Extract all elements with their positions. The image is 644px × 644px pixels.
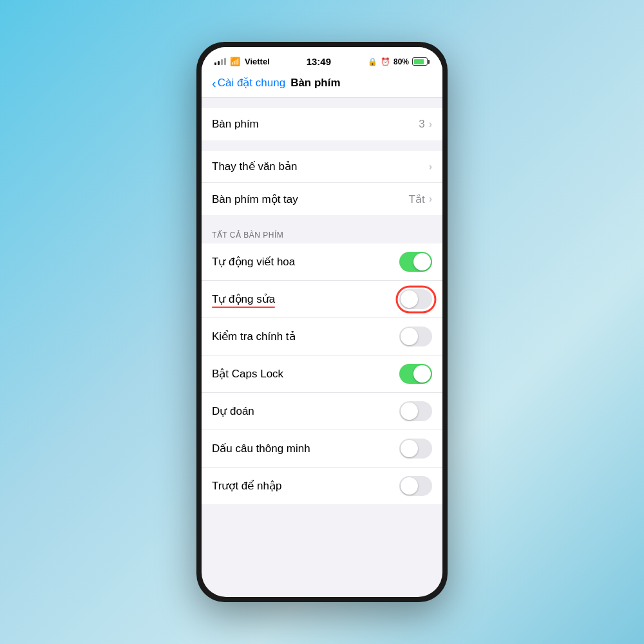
ban-phim-mot-tay-chevron-icon: › <box>429 193 432 205</box>
tu-dong-sua-toggle[interactable] <box>399 289 432 309</box>
thay-the-van-ban-item[interactable]: Thay thế văn bản › <box>202 151 442 183</box>
back-label: Cài đặt chung <box>218 76 285 90</box>
thay-the-chevron-icon: › <box>429 161 432 173</box>
status-right: 🔒 ⏰ 80% <box>368 57 430 66</box>
dau-cau-thong-minh-toggle-thumb <box>401 440 418 457</box>
page-title: Bàn phím <box>290 77 340 90</box>
all-keyboards-header: TẤT CẢ BÀN PHÍM <box>202 225 442 243</box>
truot-de-nhap-label: Trượt để nhập <box>212 479 281 493</box>
bat-caps-lock-toggle[interactable] <box>399 364 432 384</box>
spacer-2 <box>202 140 442 151</box>
signal-bars-icon <box>214 58 226 65</box>
bat-caps-lock-toggle-thumb <box>413 365 431 383</box>
back-button[interactable]: ‹ Cài đặt chung <box>212 76 285 90</box>
ban-phim-count: 3 <box>419 118 424 131</box>
alarm-icon: ⏰ <box>381 57 390 66</box>
ban-phim-group: Bàn phím 3 › <box>202 108 442 140</box>
bat-caps-lock-item: Bật Caps Lock <box>202 355 442 393</box>
tu-dong-sua-label: Tự động sửa <box>212 292 275 306</box>
settings-content: Bàn phím 3 › Thay thế văn bản › Bàn <box>202 98 442 597</box>
du-doan-toggle[interactable] <box>399 401 432 421</box>
thay-the-right: › <box>429 161 432 173</box>
carrier-label: Viettel <box>245 57 270 66</box>
dau-cau-thong-minh-toggle[interactable] <box>399 439 432 459</box>
all-keyboards-group: Tự động viết hoa Tự động sửa <box>202 243 442 504</box>
ban-phim-mot-tay-item[interactable]: Bàn phím một tay Tắt › <box>202 183 442 215</box>
tu-dong-sua-underlined: Tự động sửa <box>212 292 275 306</box>
ban-phim-mot-tay-right: Tắt › <box>409 193 432 206</box>
tu-dong-viet-hoa-toggle-thumb <box>413 253 431 270</box>
dau-cau-thong-minh-item: Dấu câu thông minh <box>202 430 442 468</box>
phone-screen: 📶 Viettel 13:49 🔒 ⏰ 80% ‹ Cài đặt ch <box>202 47 442 597</box>
truot-de-nhap-toggle-thumb <box>401 477 418 495</box>
ban-phim-mot-tay-value: Tắt <box>409 193 425 206</box>
truot-de-nhap-item: Trượt để nhập <box>202 468 442 504</box>
kiem-tra-chinh-ta-toggle[interactable] <box>399 327 432 346</box>
battery-percent: 80% <box>393 57 409 66</box>
phone-frame: 📶 Viettel 13:49 🔒 ⏰ 80% ‹ Cài đặt ch <box>196 42 448 602</box>
thay-the-van-ban-label: Thay thế văn bản <box>212 160 297 173</box>
text-section-group: Thay thế văn bản › Bàn phím một tay Tắt … <box>202 151 442 215</box>
du-doan-toggle-thumb <box>401 402 418 420</box>
back-chevron-icon: ‹ <box>212 77 216 90</box>
tu-dong-viet-hoa-toggle[interactable] <box>399 252 432 272</box>
du-doan-label: Dự đoán <box>212 404 254 418</box>
nav-bar: ‹ Cài đặt chung Bàn phím <box>202 71 442 98</box>
tu-dong-viet-hoa-label: Tự động viết hoa <box>212 255 295 269</box>
spacer-3 <box>202 215 442 225</box>
kiem-tra-chinh-ta-label: Kiểm tra chính tả <box>212 330 296 343</box>
ban-phim-label: Bàn phím <box>212 118 259 131</box>
truot-de-nhap-toggle[interactable] <box>399 476 432 496</box>
kiem-tra-chinh-ta-item: Kiểm tra chính tả <box>202 318 442 355</box>
ban-phim-mot-tay-label: Bàn phím một tay <box>212 193 298 206</box>
dau-cau-thong-minh-label: Dấu câu thông minh <box>212 442 310 455</box>
ban-phim-right: 3 › <box>419 118 432 131</box>
tu-dong-sua-toggle-wrapper <box>399 289 432 309</box>
time-display: 13:49 <box>307 56 331 67</box>
du-doan-item: Dự đoán <box>202 393 442 430</box>
tu-dong-sua-item: Tự động sửa <box>202 281 442 318</box>
chevron-right-icon: › <box>429 118 432 130</box>
bat-caps-lock-label: Bật Caps Lock <box>212 367 283 381</box>
tu-dong-sua-toggle-thumb <box>401 290 418 308</box>
status-bar: 📶 Viettel 13:49 🔒 ⏰ 80% <box>202 47 442 71</box>
kiem-tra-chinh-ta-toggle-thumb <box>401 328 418 345</box>
battery-icon <box>412 57 430 66</box>
ban-phim-item[interactable]: Bàn phím 3 › <box>202 108 442 140</box>
spacer-top <box>202 98 442 108</box>
status-left: 📶 Viettel <box>214 57 270 66</box>
wifi-icon: 📶 <box>230 57 240 66</box>
tu-dong-viet-hoa-item: Tự động viết hoa <box>202 243 442 281</box>
orientation-lock-icon: 🔒 <box>368 57 377 66</box>
